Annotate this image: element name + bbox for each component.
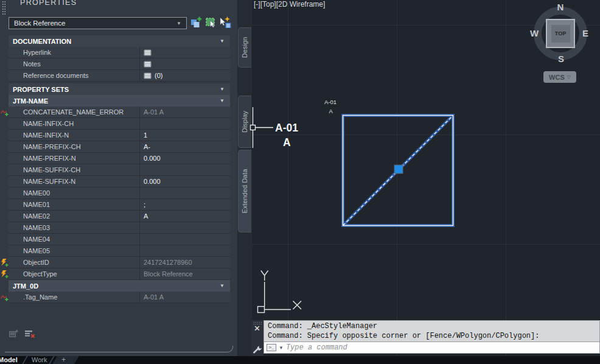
palette-grip[interactable] <box>2 1 6 15</box>
viewcube-west[interactable]: W <box>529 28 539 38</box>
property-value-text: (0) <box>155 70 162 81</box>
viewcube-face[interactable]: TOP <box>546 19 575 48</box>
object-type-value: Block Reference <box>14 19 65 27</box>
property-value[interactable] <box>140 164 230 176</box>
property-value[interactable]: ; <box>140 199 230 211</box>
tab-model[interactable]: Model <box>0 356 18 364</box>
section-header-label: PROPERTY SETS <box>13 86 69 93</box>
property-value[interactable] <box>140 187 230 199</box>
new-property-set-icon[interactable] <box>9 329 19 341</box>
property-value[interactable] <box>140 222 230 234</box>
property-value[interactable] <box>140 245 230 257</box>
grip-handle <box>394 165 403 173</box>
tag-label-large-line2: A <box>283 136 291 149</box>
tab-design-label: Design <box>240 27 249 68</box>
viewcube-north[interactable]: N <box>556 2 565 12</box>
property-label: ObjectType <box>9 268 140 280</box>
viewcube-south[interactable]: S <box>556 54 566 64</box>
property-value[interactable]: 2417241278960 <box>140 257 230 268</box>
property-value[interactable]: 0.000 <box>140 176 230 187</box>
table-icon[interactable] <box>144 72 152 79</box>
tag-label-large-line1: A-01 <box>275 122 298 134</box>
tag-label-small-line2: A <box>329 108 333 114</box>
tab-extended-data[interactable]: Extended Data <box>238 150 251 233</box>
property-value[interactable] <box>140 47 230 58</box>
chevron-down-icon[interactable]: ▼ <box>220 98 225 103</box>
property-value[interactable]: (0) <box>140 70 230 82</box>
property-label: CONCATENATE_NAME_ERROR <box>9 107 140 118</box>
layout-tab-bar: Model Work + <box>0 356 600 364</box>
chevron-down-icon: ▼ <box>176 21 181 26</box>
row-gutter <box>0 141 9 153</box>
property-label: .Tag_Name <box>9 292 140 303</box>
property-value[interactable]: 0.000 <box>140 153 230 164</box>
wcs-label: WCS <box>549 74 565 81</box>
property-label: NAME01 <box>9 199 140 211</box>
command-history[interactable]: Command: _AecStyleManager Command: Speci… <box>263 320 600 342</box>
property-row: NAME02A <box>0 211 237 222</box>
property-value[interactable] <box>140 118 230 130</box>
property-value-text: 0.000 <box>144 153 161 164</box>
command-input[interactable]: >_ ▼ Type a command <box>263 342 600 354</box>
property-label: NAME04 <box>9 234 140 245</box>
toggle-value-icon[interactable] <box>218 16 232 29</box>
row-gutter <box>0 153 9 164</box>
property-value[interactable]: A <box>140 211 230 222</box>
tab-display[interactable]: Display <box>238 96 251 148</box>
table-icon[interactable] <box>144 61 152 68</box>
property-row: NAME00 <box>0 187 237 199</box>
section-header-label: JTM_0D <box>13 282 38 290</box>
row-gutter <box>0 245 9 257</box>
property-value[interactable]: A- <box>140 141 230 153</box>
viewcube-east[interactable]: E <box>581 28 590 38</box>
property-row: Hyperlink <box>0 47 237 58</box>
table-icon[interactable] <box>144 49 152 56</box>
property-value[interactable]: 1 <box>140 130 230 141</box>
property-value[interactable]: A-01 A <box>140 292 230 303</box>
wcs-dropdown[interactable]: WCS ▽ <box>543 71 576 83</box>
drawing-canvas[interactable]: A-01 A A-01 A [-][Top][2D Wireframe] TOP <box>252 0 600 364</box>
property-row: NAME-PREFIX-CHA- <box>0 141 237 153</box>
tag-leader <box>251 107 274 148</box>
row-gutter <box>0 199 9 211</box>
section-header[interactable]: DOCUMENTATION▼ <box>9 35 230 47</box>
close-icon[interactable]: ✕ <box>254 324 260 333</box>
property-label: Hyperlink <box>9 47 140 58</box>
wrench-icon[interactable] <box>253 343 262 356</box>
section-header[interactable]: JTM_0D▼ <box>9 280 230 292</box>
viewport-controls[interactable]: [-][Top][2D Wireframe] <box>254 0 325 9</box>
row-gutter <box>0 211 9 222</box>
chevron-down-icon[interactable]: ▼ <box>220 283 225 289</box>
property-value-text: A-01 A <box>144 107 164 117</box>
palette-resize-edge[interactable] <box>5 346 233 352</box>
property-value-text: 1 <box>144 130 147 141</box>
plus-icon[interactable]: + <box>61 356 66 364</box>
property-table: DOCUMENTATION▼HyperlinkNotesReference do… <box>0 35 237 303</box>
property-value[interactable] <box>140 58 230 70</box>
property-value[interactable] <box>140 234 230 245</box>
property-label: NAME05 <box>9 245 140 257</box>
property-value-text: 2417241278960 <box>144 257 192 268</box>
chevron-down-icon[interactable]: ▼ <box>220 86 225 92</box>
tab-work[interactable]: Work <box>32 356 47 364</box>
property-value[interactable]: Block Reference <box>140 268 230 280</box>
add-object-icon[interactable] <box>190 16 203 29</box>
remove-property-set-icon[interactable] <box>24 329 36 341</box>
command-history-line2: Command: Specify opposite corner or [Fen… <box>268 332 539 340</box>
property-row: NAME-PREFIX-N0.000 <box>0 153 237 164</box>
chevron-down-icon[interactable]: ▼ <box>220 38 225 44</box>
tab-design[interactable]: Design <box>238 27 251 68</box>
property-label: NAME03 <box>9 222 140 234</box>
section-header[interactable]: PROPERTY SETS▼ <box>9 83 230 95</box>
property-value[interactable]: A-01 A <box>140 107 230 118</box>
property-row: Reference documents(0) <box>0 70 237 82</box>
property-value-text: Block Reference <box>144 268 193 279</box>
object-type-dropdown[interactable]: Block Reference ▼ <box>9 17 187 29</box>
chevron-down-icon[interactable]: ▼ <box>279 345 284 351</box>
row-gutter <box>0 222 9 234</box>
section-header[interactable]: JTM-NAME▼ <box>9 95 230 107</box>
quick-select-icon[interactable] <box>205 16 218 29</box>
property-label: NAME-PREFIX-CH <box>9 141 140 153</box>
row-gutter <box>0 118 9 130</box>
command-panel-grip[interactable]: ✕ <box>251 320 263 357</box>
